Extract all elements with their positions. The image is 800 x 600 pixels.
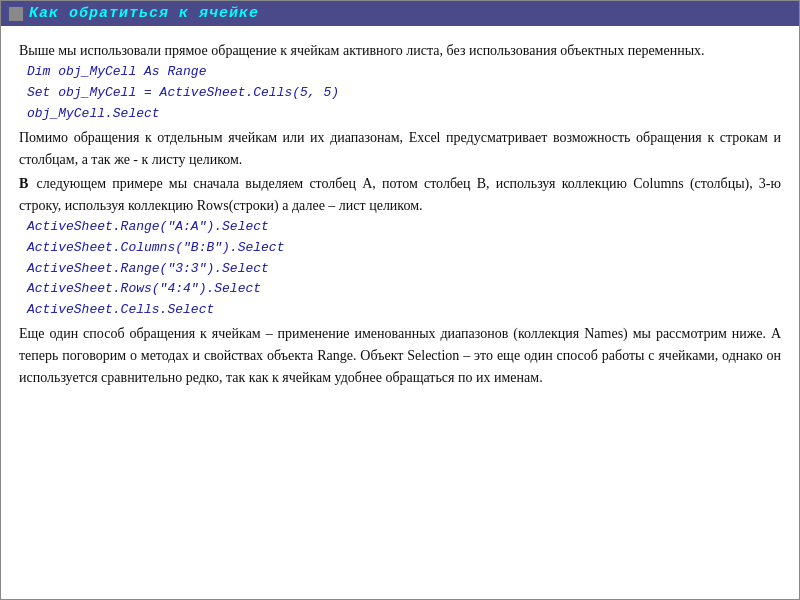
title-bar-text: Как обратиться к ячейке	[29, 5, 259, 22]
code-line-2: Set obj_MyCell = ActiveSheet.Cells(5, 5)	[27, 83, 781, 104]
paragraph-1: Выше мы использовали прямое обращение к …	[19, 40, 781, 62]
code-line-5: ActiveSheet.Columns("B:B").Select	[27, 238, 781, 259]
para3-text: следующем примере мы сначала выделяем ст…	[19, 176, 781, 213]
para2-text: Помимо обращения к отдельным ячейкам или…	[19, 130, 781, 167]
para4-text: Еще один способ обращения к ячейкам – пр…	[19, 326, 781, 385]
code-line-3: obj_MyCell.Select	[27, 104, 781, 125]
main-window: Как обратиться к ячейке Выше мы использо…	[0, 0, 800, 600]
code-line-8: ActiveSheet.Cells.Select	[27, 300, 781, 321]
window-icon	[9, 7, 23, 21]
code-line-4: ActiveSheet.Range("A:A").Select	[27, 217, 781, 238]
code-line-6: ActiveSheet.Range("3:3").Select	[27, 259, 781, 280]
para1-text: Выше мы использовали прямое обращение к …	[19, 43, 705, 58]
paragraph-3: В следующем примере мы сначала выделяем …	[19, 173, 781, 217]
paragraph-4: Еще один способ обращения к ячейкам – пр…	[19, 323, 781, 389]
code-line-1: Dim obj_MyCell As Range	[27, 62, 781, 83]
code-line-7: ActiveSheet.Rows("4:4").Select	[27, 279, 781, 300]
paragraph-2: Помимо обращения к отдельным ячейкам или…	[19, 127, 781, 171]
b-marker: В	[19, 173, 28, 195]
title-bar: Как обратиться к ячейке	[1, 1, 799, 26]
content-area: Выше мы использовали прямое обращение к …	[1, 26, 799, 599]
